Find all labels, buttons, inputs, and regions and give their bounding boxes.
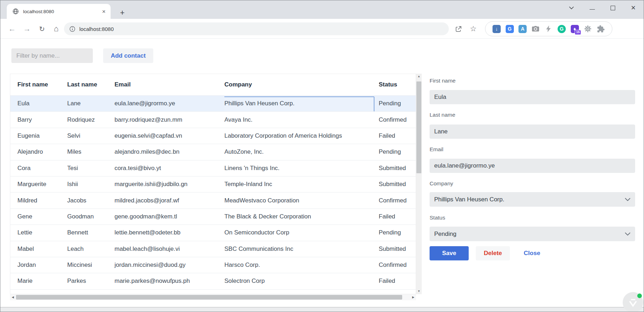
cell-status[interactable]: Pending: [379, 96, 416, 111]
cell-email[interactable]: barry.rodriquez@zun.mm: [115, 112, 224, 127]
url-text[interactable]: localhost:8080: [79, 26, 114, 32]
cell-company[interactable]: Laboratory Corporation of America Holdin…: [224, 128, 379, 144]
scroll-down-icon[interactable]: ▼: [416, 289, 422, 294]
cell-email[interactable]: eugenia.selvi@capfad.vn: [115, 128, 224, 144]
cell-last-name[interactable]: Goodman: [67, 209, 115, 224]
bookmark-star-icon[interactable]: ☆: [468, 19, 479, 39]
table-row[interactable]: MarieParkesmarie.parkes@nowufpus.phSolec…: [10, 273, 416, 289]
table-row[interactable]: BarryRodriquezbarry.rodriquez@zun.mmAvay…: [10, 111, 416, 127]
cell-last-name[interactable]: Tesi: [67, 160, 115, 176]
table-row[interactable]: EugeniaSelvieugenia.selvi@capfad.vnLabor…: [10, 128, 416, 144]
delete-button[interactable]: Delete: [476, 246, 510, 260]
cell-company[interactable]: Linens 'n Things Inc.: [224, 160, 379, 176]
translate-icon[interactable]: G: [505, 24, 514, 33]
gear-icon[interactable]: [583, 24, 592, 33]
cell-company[interactable]: Temple-Inland Inc: [224, 176, 379, 192]
cell-last-name[interactable]: Selvi: [67, 128, 115, 144]
email-field[interactable]: [430, 159, 635, 173]
close-panel-button[interactable]: Close: [517, 246, 547, 260]
cell-status[interactable]: Failed: [379, 128, 416, 144]
browser-tab[interactable]: localhost:8080 ×: [7, 4, 111, 19]
forward-icon[interactable]: →: [21, 19, 33, 39]
puzzle-icon[interactable]: [596, 24, 605, 33]
cell-last-name[interactable]: Parkes: [67, 273, 115, 289]
table-row[interactable]: GeneGoodmangene.goodman@kem.tlThe Black …: [10, 208, 416, 224]
table-row[interactable]: EulaLaneeula.lane@jigrormo.yePhillips Va…: [10, 95, 416, 111]
cell-status[interactable]: Confirmed: [379, 112, 416, 127]
download-icon[interactable]: ↓: [492, 24, 501, 33]
share-icon[interactable]: [453, 19, 464, 39]
cell-first-name[interactable]: Cora: [17, 160, 67, 176]
cell-status[interactable]: Failed: [379, 209, 416, 224]
cell-first-name[interactable]: Marguerite: [17, 176, 67, 192]
cell-status[interactable]: Submitted: [379, 241, 416, 257]
table-row[interactable]: MabelLeachmabel.leach@lisohuje.viSBC Com…: [10, 241, 416, 257]
cell-email[interactable]: lettie.bennett@odeter.bb: [115, 225, 224, 240]
info-icon[interactable]: [69, 26, 75, 32]
cell-first-name[interactable]: Jordan: [17, 257, 67, 273]
cell-last-name[interactable]: Jacobs: [67, 192, 115, 208]
cell-status[interactable]: Confirmed: [379, 257, 416, 273]
cell-last-name[interactable]: Bennett: [67, 225, 115, 240]
cell-company[interactable]: Solectron Corp: [224, 273, 379, 289]
scroll-left-icon[interactable]: ◀: [10, 295, 16, 300]
table-row[interactable]: AlejandroMilesalejandro.miles@dec.bnAuto…: [10, 144, 416, 160]
cell-last-name[interactable]: Miccinesi: [67, 257, 115, 273]
cell-company[interactable]: Harsco Corp.: [224, 257, 379, 273]
company-select[interactable]: Phillips Van Heusen Corp.: [430, 192, 635, 207]
reload-icon[interactable]: ↻: [36, 19, 48, 39]
table-row[interactable]: MargueriteIshiimarguerite.ishii@judbilo.…: [10, 176, 416, 192]
cell-email[interactable]: jordan.miccinesi@duod.gy: [115, 257, 224, 273]
column-header-last-name[interactable]: Last name: [67, 74, 115, 95]
column-header-email[interactable]: Email: [115, 74, 224, 95]
keyboard-a-icon[interactable]: A: [518, 24, 527, 33]
window-chevron-icon[interactable]: [561, 0, 582, 15]
cell-company[interactable]: SBC Communications Inc: [224, 241, 379, 257]
horizontal-scroll-thumb[interactable]: [16, 295, 402, 300]
focused-cell[interactable]: Phillips Van Heusen Corp.: [224, 96, 379, 111]
status-select[interactable]: Pending: [430, 227, 635, 241]
grammarly-icon[interactable]: G: [557, 24, 566, 33]
maximize-button[interactable]: [602, 0, 623, 15]
filter-input[interactable]: [11, 48, 93, 63]
cell-company[interactable]: The Black & Decker Corporation: [224, 209, 379, 224]
cell-company[interactable]: AutoZone, Inc.: [224, 144, 379, 160]
cell-last-name[interactable]: Lane: [67, 96, 115, 111]
cell-email[interactable]: marguerite.ishii@judbilo.gn: [115, 176, 224, 192]
cell-last-name[interactable]: Rodriquez: [67, 112, 115, 127]
cell-company[interactable]: MeadWestvaco Corporation: [224, 192, 379, 208]
new-tab-button[interactable]: +: [118, 9, 127, 17]
table-row[interactable]: LettieBennettlettie.bennett@odeter.bbOn …: [10, 224, 416, 240]
column-header-first-name[interactable]: First name: [17, 74, 67, 95]
cell-status[interactable]: Submitted: [379, 160, 416, 176]
cell-email[interactable]: gene.goodman@kem.tl: [115, 209, 224, 224]
address-bar[interactable]: localhost:8080: [64, 22, 449, 35]
lightning-icon[interactable]: [544, 24, 553, 33]
cell-first-name[interactable]: Mabel: [17, 241, 67, 257]
horizontal-scrollbar[interactable]: ◀ ▶: [10, 294, 416, 300]
first-name-field[interactable]: [430, 90, 635, 104]
honey-icon[interactable]: ♦15: [570, 24, 579, 33]
cell-first-name[interactable]: Marie: [17, 273, 67, 289]
cell-last-name[interactable]: Leach: [67, 241, 115, 257]
scroll-right-icon[interactable]: ▶: [410, 295, 416, 300]
cell-email[interactable]: cora.tesi@bivo.yt: [115, 160, 224, 176]
table-row[interactable]: MildredJacobsmildred.jacobs@joraf.wfMead…: [10, 192, 416, 208]
cell-status[interactable]: Pending: [379, 144, 416, 160]
cell-first-name[interactable]: Mildred: [17, 192, 67, 208]
cell-company[interactable]: Avaya Inc.: [224, 112, 379, 127]
cell-company[interactable]: On Semiconductor Corp: [224, 225, 379, 240]
close-button[interactable]: ×: [623, 0, 644, 15]
home-icon[interactable]: ⌂: [50, 19, 62, 39]
column-header-status[interactable]: Status: [379, 74, 416, 95]
add-contact-button[interactable]: Add contact: [103, 48, 153, 63]
cell-email[interactable]: mabel.leach@lisohuje.vi: [115, 241, 224, 257]
cell-first-name[interactable]: Lettie: [17, 225, 67, 240]
cell-first-name[interactable]: Eugenia: [17, 128, 67, 144]
cell-last-name[interactable]: Miles: [67, 144, 115, 160]
cell-status[interactable]: Submitted: [379, 176, 416, 192]
cell-email[interactable]: eula.lane@jigrormo.ye: [115, 96, 224, 111]
cell-first-name[interactable]: Eula: [17, 96, 67, 111]
vertical-scrollbar[interactable]: ▲ ▼: [416, 74, 422, 294]
cell-first-name[interactable]: Gene: [17, 209, 67, 224]
